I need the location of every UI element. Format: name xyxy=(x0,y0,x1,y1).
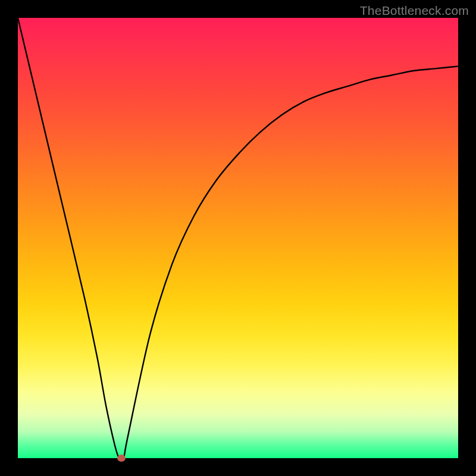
bottleneck-curve xyxy=(18,18,458,458)
chart-frame: TheBottleneck.com xyxy=(0,0,476,476)
minimum-marker xyxy=(117,455,126,462)
plot-area xyxy=(18,18,458,458)
watermark-text: TheBottleneck.com xyxy=(360,4,469,18)
curve-path xyxy=(18,18,458,458)
